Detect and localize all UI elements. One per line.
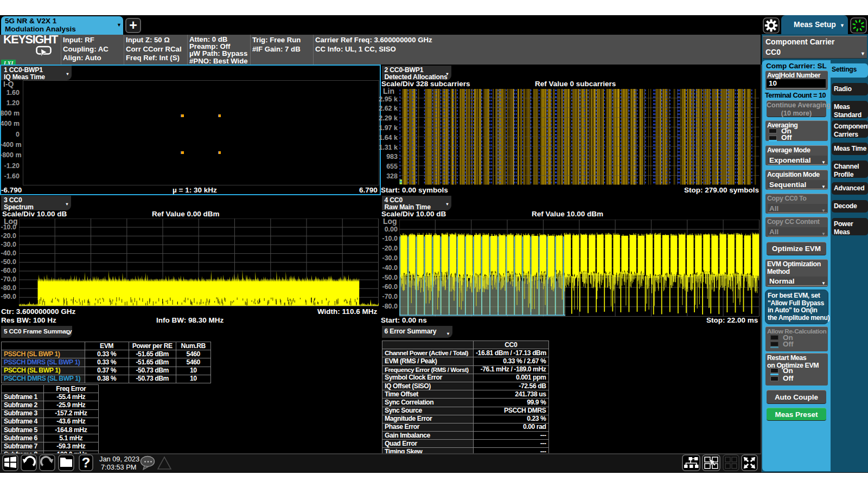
svg-text:?: ? <box>82 454 91 471</box>
